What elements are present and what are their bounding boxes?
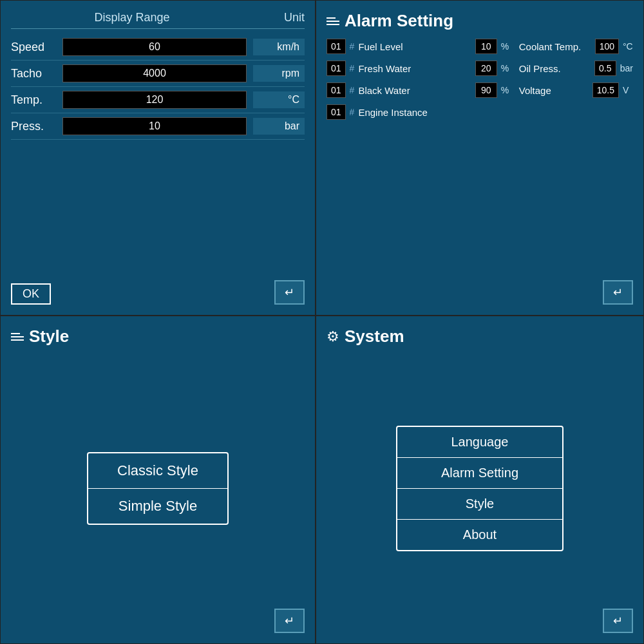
dr-unit-speed: km/h xyxy=(253,39,305,55)
style-header-title: Style xyxy=(29,327,69,346)
alarm-value-oil[interactable]: 0.5 xyxy=(594,61,616,76)
style-system-button[interactable]: Style xyxy=(397,489,562,520)
main-grid: Display Range Unit Speed 60 km/h Tacho 4… xyxy=(0,0,644,644)
alarm-setting-inner: Alarm Setting 01 # Fuel Level 10 % 01 # xyxy=(316,1,643,315)
alarm-hash-fresh: # xyxy=(350,63,355,73)
alarm-content: 01 # Fuel Level 10 % 01 # Fresh Water 20… xyxy=(327,39,633,120)
display-range-back-button[interactable]: ↵ xyxy=(274,280,305,305)
alarm-num-engine[interactable]: 01 xyxy=(327,104,346,120)
dr-row-temp: Temp. 120 °C xyxy=(11,87,305,113)
alarm-row-engine: 01 # Engine Instance xyxy=(327,104,511,120)
dr-value-temp[interactable]: 120 xyxy=(62,91,247,109)
dr-header: Display Range Unit xyxy=(11,11,305,29)
dr-header-title: Display Range xyxy=(11,11,253,24)
style-menu-line-1 xyxy=(11,333,20,334)
language-button[interactable]: Language xyxy=(397,427,562,458)
alarm-value-fresh[interactable]: 20 xyxy=(475,61,497,76)
alarm-header-title: Alarm Setting xyxy=(345,11,453,31)
alarm-row-fresh: 01 # Fresh Water 20 % xyxy=(327,61,511,76)
dr-row-speed: Speed 60 km/h xyxy=(11,34,305,61)
alarm-hash-fuel: # xyxy=(350,41,355,52)
alarm-unit-voltage: V xyxy=(623,85,633,95)
alarm-unit-fresh: % xyxy=(501,63,511,73)
alarm-row-voltage: Voltage 10.5 V xyxy=(519,82,633,98)
gear-icon: ⚙ xyxy=(327,328,339,345)
style-menu-line-3 xyxy=(11,339,24,341)
dr-value-speed[interactable]: 60 xyxy=(62,38,247,56)
alarm-row-fuel: 01 # Fuel Level 10 % xyxy=(327,39,511,54)
alarm-row-coolant: Coolant Temp. 100 °C xyxy=(519,39,633,54)
system-btn-group: Language Alarm Setting Style About xyxy=(396,426,564,551)
alarm-num-black[interactable]: 01 xyxy=(327,82,346,98)
alarm-back-button[interactable]: ↵ xyxy=(603,280,633,305)
system-back-button[interactable]: ↵ xyxy=(603,609,633,633)
dr-header-unit: Unit xyxy=(253,11,305,24)
alarm-unit-coolant: °C xyxy=(623,41,633,52)
dr-unit-temp: °C xyxy=(253,91,305,108)
style-header: Style xyxy=(11,327,305,346)
menu-icon xyxy=(327,17,339,25)
alarm-hash-engine: # xyxy=(350,107,355,117)
about-button[interactable]: About xyxy=(397,520,562,550)
dr-unit-tacho: rpm xyxy=(253,65,305,82)
alarm-setting-panel: Alarm Setting 01 # Fuel Level 10 % 01 # xyxy=(316,0,644,316)
alarm-left-column: 01 # Fuel Level 10 % 01 # Fresh Water 20… xyxy=(327,39,511,120)
alarm-num-fuel[interactable]: 01 xyxy=(327,39,346,54)
alarm-value-fuel[interactable]: 10 xyxy=(475,39,497,54)
system-panel: ⚙ System Language Alarm Setting Style Ab… xyxy=(316,316,644,644)
alarm-row-oil: Oil Press. 0.5 bar xyxy=(519,61,633,76)
alarm-label-voltage: Voltage xyxy=(519,85,590,96)
dr-row-tacho: Tacho 4000 rpm xyxy=(11,61,305,87)
alarm-right-column: Coolant Temp. 100 °C Oil Press. 0.5 bar … xyxy=(519,39,633,120)
alarm-value-coolant[interactable]: 100 xyxy=(595,39,619,54)
menu-line-2 xyxy=(327,21,339,22)
alarm-label-coolant: Coolant Temp. xyxy=(519,41,592,52)
alarm-setting-button[interactable]: Alarm Setting xyxy=(397,458,562,489)
alarm-num-fresh[interactable]: 01 xyxy=(327,61,346,76)
simple-style-button[interactable]: Simple Style xyxy=(88,489,227,524)
alarm-label-engine: Engine Instance xyxy=(358,107,511,118)
style-back-button[interactable]: ↵ xyxy=(274,609,305,633)
system-header-title: System xyxy=(345,327,404,346)
style-menu-icon xyxy=(11,333,24,341)
alarm-row-black: 01 # Black Water 90 % xyxy=(327,82,511,98)
menu-line-1 xyxy=(327,17,336,19)
display-range-inner: Display Range Unit Speed 60 km/h Tacho 4… xyxy=(1,1,315,315)
style-buttons-container: Classic Style Simple Style xyxy=(11,354,305,622)
dr-value-tacho[interactable]: 4000 xyxy=(62,64,247,82)
alarm-label-fresh: Fresh Water xyxy=(358,63,472,74)
alarm-unit-oil: bar xyxy=(620,63,633,73)
classic-style-button[interactable]: Classic Style xyxy=(88,453,227,489)
style-menu-line-2 xyxy=(11,336,24,337)
ok-button[interactable]: OK xyxy=(11,283,51,305)
alarm-unit-black: % xyxy=(501,85,511,95)
dr-value-press[interactable]: 10 xyxy=(62,117,247,135)
style-inner: Style Classic Style Simple Style ↵ xyxy=(1,316,315,643)
dr-label-tacho: Tacho xyxy=(11,67,62,80)
menu-line-3 xyxy=(327,24,339,25)
system-header: ⚙ System xyxy=(327,327,633,346)
alarm-label-black: Black Water xyxy=(358,85,472,96)
system-buttons-container: Language Alarm Setting Style About xyxy=(327,354,633,622)
alarm-unit-fuel: % xyxy=(501,41,511,52)
alarm-value-black[interactable]: 90 xyxy=(475,82,497,98)
alarm-value-voltage[interactable]: 10.5 xyxy=(592,82,619,98)
style-panel: Style Classic Style Simple Style ↵ xyxy=(0,316,316,644)
alarm-hash-black: # xyxy=(350,85,355,95)
dr-unit-press: bar xyxy=(253,118,305,135)
dr-row-press: Press. 10 bar xyxy=(11,113,305,140)
display-range-panel: Display Range Unit Speed 60 km/h Tacho 4… xyxy=(0,0,316,316)
dr-label-temp: Temp. xyxy=(11,93,62,107)
alarm-label-fuel: Fuel Level xyxy=(358,41,472,52)
style-btn-group: Classic Style Simple Style xyxy=(87,452,229,525)
dr-label-press: Press. xyxy=(11,120,62,133)
dr-label-speed: Speed xyxy=(11,41,62,54)
system-inner: ⚙ System Language Alarm Setting Style Ab… xyxy=(316,316,643,643)
alarm-label-oil: Oil Press. xyxy=(519,63,592,74)
alarm-header: Alarm Setting xyxy=(327,11,633,31)
